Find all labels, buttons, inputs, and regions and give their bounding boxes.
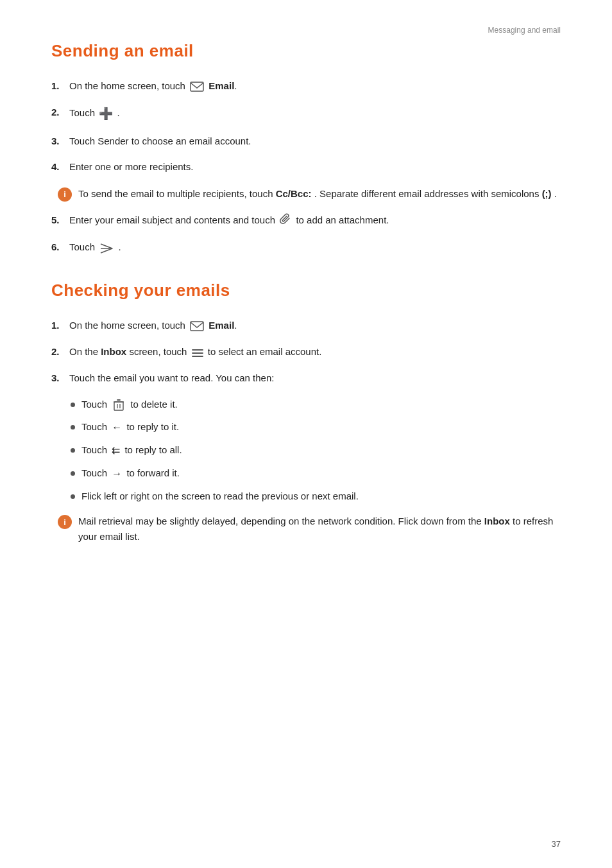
check-step-3-content: Touch the email you want to read. You ca… bbox=[69, 371, 561, 386]
section1-title: Sending an email bbox=[51, 41, 561, 61]
step-6: 6. Touch . bbox=[51, 240, 561, 255]
step-3: 3. Touch Sender to choose an email accou… bbox=[51, 134, 561, 149]
send-icon bbox=[99, 241, 114, 256]
bullet-1-text: Touch to delete it. bbox=[81, 397, 178, 412]
svg-rect-2 bbox=[191, 322, 203, 331]
step-6-content: Touch . bbox=[69, 240, 561, 255]
step-5: 5. Enter your email subject and contents… bbox=[51, 213, 561, 229]
check-step-2-number: 2. bbox=[51, 345, 69, 360]
bullet-item-2: Touch ← to reply to it. bbox=[71, 420, 561, 435]
page-number: 37 bbox=[552, 839, 561, 849]
info-box-2: i Mail retrieval may be slightly delayed… bbox=[51, 514, 561, 544]
svg-rect-0 bbox=[191, 82, 203, 91]
step-2: 2. Touch ➕ . bbox=[51, 105, 561, 123]
bullet-dot-2 bbox=[71, 425, 75, 430]
plus-icon: ➕ bbox=[99, 105, 113, 123]
step-1-content: On the home screen, touch Email. bbox=[69, 79, 561, 94]
step-3-number: 3. bbox=[51, 134, 69, 149]
info-icon-1: i bbox=[58, 187, 72, 202]
check-step-1: 1. On the home screen, touch Email. bbox=[51, 318, 561, 333]
check-step-1-number: 1. bbox=[51, 318, 69, 333]
bullet-dot-3 bbox=[71, 448, 75, 453]
bullet-dot-5 bbox=[71, 494, 75, 499]
step-1-number: 1. bbox=[51, 79, 69, 94]
arrow-double-left-icon: ⇇ bbox=[112, 443, 120, 458]
info-icon-2: i bbox=[58, 515, 72, 529]
step-5-number: 5. bbox=[51, 213, 69, 228]
bullet-2-text: Touch ← to reply to it. bbox=[81, 420, 179, 435]
info-box-1: i To send the email to multiple recipien… bbox=[51, 186, 561, 202]
step-2-content: Touch ➕ . bbox=[69, 105, 561, 123]
check-step-1-content: On the home screen, touch Email. bbox=[69, 318, 561, 333]
step-3-content: Touch Sender to choose an email account. bbox=[69, 134, 561, 149]
trash-icon bbox=[112, 397, 126, 412]
check-step-3: 3. Touch the email you want to read. You… bbox=[51, 371, 561, 386]
bullet-dot-1 bbox=[71, 403, 75, 407]
bullet-item-4: Touch → to forward it. bbox=[71, 466, 561, 482]
bullet-5-text: Flick left or right on the screen to rea… bbox=[81, 489, 359, 504]
arrow-right-icon: → bbox=[112, 466, 122, 482]
bullet-list: Touch to delete it. Touch ← t bbox=[71, 397, 561, 504]
email-icon-2 bbox=[190, 321, 204, 331]
bullet-item-5: Flick left or right on the screen to rea… bbox=[71, 489, 561, 504]
bullet-item-1: Touch to delete it. bbox=[71, 397, 561, 412]
info-text-2: Mail retrieval may be slightly delayed, … bbox=[78, 514, 561, 544]
attach-icon bbox=[280, 213, 291, 229]
step-4-content: Enter one or more recipients. bbox=[69, 160, 561, 175]
step-2-number: 2. bbox=[51, 105, 69, 120]
step-6-number: 6. bbox=[51, 240, 69, 255]
svg-rect-6 bbox=[114, 402, 123, 410]
step-1: 1. On the home screen, touch Email. bbox=[51, 79, 561, 94]
check-step-3-number: 3. bbox=[51, 371, 69, 386]
arrow-left-icon: ← bbox=[112, 420, 122, 435]
step-4-number: 4. bbox=[51, 160, 69, 175]
bullet-3-text: Touch ⇇ to reply to all. bbox=[81, 443, 182, 458]
check-step-2-content: On the Inbox screen, touch to select an … bbox=[69, 345, 561, 360]
info-text-1: To send the email to multiple recipients… bbox=[78, 186, 561, 202]
bullet-dot-4 bbox=[71, 471, 75, 476]
bullet-4-text: Touch → to forward it. bbox=[81, 466, 180, 482]
step-5-content: Enter your email subject and contents an… bbox=[69, 213, 561, 229]
check-step-2: 2. On the Inbox screen, touch to select … bbox=[51, 345, 561, 360]
email-icon bbox=[190, 82, 204, 92]
menu-icon bbox=[192, 345, 203, 360]
bullet-item-3: Touch ⇇ to reply to all. bbox=[71, 443, 561, 458]
header-section-label: Messaging and email bbox=[51, 26, 561, 35]
section2-title: Checking your emails bbox=[51, 281, 561, 300]
step-4: 4. Enter one or more recipients. bbox=[51, 160, 561, 175]
